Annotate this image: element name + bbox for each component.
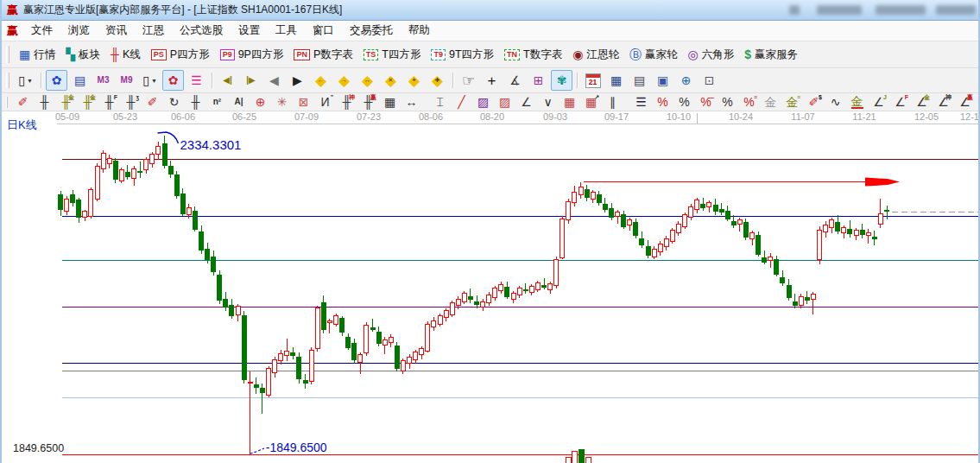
menu-gann[interactable]: 江恩 bbox=[135, 23, 172, 38]
percent-lines[interactable]: %≡ bbox=[739, 93, 759, 111]
grid-cross[interactable]: ⊠ bbox=[294, 93, 313, 111]
gann-spiral-red[interactable]: ✿ bbox=[162, 70, 184, 91]
fan-lines-red[interactable]: ╱ bbox=[452, 93, 471, 111]
crosshair[interactable]: + bbox=[481, 70, 503, 91]
menu-trade-order[interactable]: 交易委托 bbox=[342, 23, 401, 38]
grid-red-b[interactable]: ▦↗ bbox=[581, 93, 601, 111]
kline-button[interactable]: ╫K线 bbox=[105, 46, 146, 64]
fence-shen[interactable]: ╫神 bbox=[337, 93, 357, 111]
save[interactable]: ▣ bbox=[652, 70, 673, 91]
v-bottom[interactable]: ∨ bbox=[538, 93, 558, 111]
circle-crosshair[interactable]: ⊕ bbox=[250, 93, 270, 111]
menu-settings[interactable]: 设置 bbox=[231, 23, 268, 38]
ibeam-box[interactable]: ⌶ bbox=[430, 93, 450, 111]
vertical-text[interactable]: A| bbox=[229, 93, 249, 111]
compass-star[interactable]: ✳ bbox=[272, 93, 292, 111]
fence-gold-a[interactable]: ╫金 bbox=[56, 93, 76, 111]
menu-news[interactable]: 资讯 bbox=[98, 23, 135, 38]
t-square-button[interactable]: TST四方形 bbox=[358, 46, 427, 64]
gann-spiral-blue[interactable]: ✿ bbox=[46, 70, 67, 91]
volume-histogram[interactable]: ☰ bbox=[186, 70, 207, 91]
hand-pan[interactable]: ☞ bbox=[458, 70, 479, 91]
angle-lines[interactable]: ∠ bbox=[516, 93, 536, 111]
hexagon-button[interactable]: ◎六角形 bbox=[682, 46, 739, 64]
angle-measure[interactable]: ∡ bbox=[504, 70, 526, 91]
first-page[interactable]: ◀| bbox=[217, 70, 238, 91]
p9-square-button[interactable]: P99P四方形 bbox=[215, 46, 289, 64]
last-page[interactable]: |▶ bbox=[240, 70, 262, 91]
diamond-compress[interactable]: ◆✕ bbox=[380, 70, 401, 91]
brush-red[interactable]: ✐ bbox=[13, 93, 33, 111]
angle-si[interactable]: ∠四 bbox=[977, 93, 980, 111]
p-square-button[interactable]: PSP四方形 bbox=[146, 46, 215, 64]
diamond-expand-all[interactable]: ◆✚ bbox=[427, 70, 448, 91]
gann-wheel-button[interactable]: ◉江恩轮 bbox=[567, 46, 624, 64]
calendar[interactable]: 21 bbox=[582, 70, 604, 91]
angle-gold[interactable]: ∠金 bbox=[912, 93, 932, 111]
angle-shen[interactable]: ∠神 bbox=[933, 93, 953, 111]
diamond-left[interactable]: ◆← bbox=[310, 70, 332, 91]
period-selector[interactable]: ▯▼ bbox=[15, 70, 36, 91]
diamond-cross[interactable]: ◆+ bbox=[403, 70, 425, 91]
percent-minus[interactable]: %— bbox=[696, 93, 716, 111]
network-share[interactable]: ⊕ bbox=[675, 70, 697, 91]
brush-red-b[interactable]: ✐ bbox=[142, 93, 162, 111]
gold-underline[interactable]: 金 bbox=[847, 93, 867, 111]
pattern-grid[interactable]: ⊞ bbox=[528, 70, 549, 91]
chart-pane[interactable]: 05-0905-2306-0606-2507-0907-2308-0608-20… bbox=[2, 111, 978, 463]
gann-fence[interactable]: ╫ bbox=[35, 93, 54, 111]
prev-candle[interactable]: ◀ bbox=[263, 70, 285, 91]
ruler-list[interactable]: ☰ bbox=[631, 93, 651, 111]
span-measure[interactable]: ↔ bbox=[401, 93, 421, 111]
menu-formula-stock-picking[interactable]: 公式选股 bbox=[172, 23, 231, 38]
menu-browse[interactable]: 浏览 bbox=[60, 23, 98, 38]
menu-tools[interactable]: 工具 bbox=[268, 23, 305, 38]
angle-f[interactable]: ∠F bbox=[890, 93, 910, 111]
fence-spiral[interactable]: ╫ʒ bbox=[121, 93, 141, 111]
grid-red-a[interactable]: ▦ bbox=[560, 93, 579, 111]
gann-tool[interactable]: ✾ bbox=[551, 70, 572, 91]
menu-window[interactable]: 窗口 bbox=[305, 23, 342, 38]
t-number-table-button[interactable]: TNT数字表 bbox=[499, 46, 567, 64]
fan-box-purple[interactable]: ▨ bbox=[473, 93, 493, 111]
percent-slash[interactable]: % bbox=[653, 93, 673, 111]
fence-ying[interactable]: ╫赢 bbox=[358, 93, 378, 111]
diamond-right[interactable]: ◆→ bbox=[333, 70, 355, 91]
circle-rotate[interactable]: ↻ bbox=[164, 93, 184, 111]
angle-marks[interactable]: И" bbox=[315, 93, 335, 111]
notepad[interactable]: ▤ bbox=[629, 70, 650, 91]
gold-circle[interactable]: 金 bbox=[761, 93, 781, 111]
menu-help[interactable]: 帮助 bbox=[401, 23, 438, 38]
percent-plain[interactable]: % bbox=[674, 93, 694, 111]
wave-tool[interactable]: ∿ bbox=[825, 93, 845, 111]
bars-9[interactable]: M9 bbox=[116, 70, 137, 91]
fence-f[interactable]: ╫F bbox=[99, 93, 119, 111]
info-document[interactable]: ▤ bbox=[69, 70, 91, 91]
angle-j[interactable]: ∠J bbox=[869, 93, 888, 111]
pencil-dollar[interactable]: ✐$ bbox=[804, 93, 824, 111]
remote-computer[interactable]: ⊡ bbox=[699, 70, 720, 91]
fence-gold-b[interactable]: ╫金 bbox=[78, 93, 98, 111]
t9-square-button[interactable]: T99T四方形 bbox=[426, 46, 499, 64]
parallel-lines[interactable]: ∥ bbox=[603, 93, 623, 111]
angle-ying[interactable]: ∠赢 bbox=[955, 93, 975, 111]
menu-items: 文件浏览资讯江恩公式选股设置工具窗口交易委托帮助 bbox=[23, 23, 438, 38]
sectors-button[interactable]: ▚板块 bbox=[60, 46, 105, 64]
next-candle[interactable]: ▶ bbox=[287, 70, 308, 91]
quotes-button[interactable]: ▦行情 bbox=[14, 46, 60, 64]
winner-wheel-button[interactable]: Ⓑ赢家轮 bbox=[624, 46, 683, 64]
p-number-table-button[interactable]: PNP数字表 bbox=[288, 46, 357, 64]
winner-service-button[interactable]: $赢家服务 bbox=[739, 46, 803, 64]
fence-plain[interactable]: ╫ bbox=[186, 93, 205, 111]
fence-n2[interactable]: n² bbox=[207, 93, 227, 111]
gold-lines[interactable]: 金≡ bbox=[782, 93, 802, 111]
bars-3[interactable]: M3 bbox=[92, 70, 114, 91]
candle-style[interactable]: ▯▼ bbox=[139, 70, 161, 91]
menu-file[interactable]: 文件 bbox=[23, 23, 60, 38]
diamond-h-expand[interactable]: ◆↔ bbox=[357, 70, 378, 91]
grid-dense[interactable]: ▦ bbox=[380, 93, 400, 111]
percent-b[interactable]: % bbox=[718, 93, 737, 111]
kline-chart[interactable]: 05-0905-2306-0606-2507-0907-2308-0608-20… bbox=[2, 111, 980, 463]
calculator[interactable]: ▦ bbox=[605, 70, 627, 91]
fan-box-red[interactable]: ▨ bbox=[495, 93, 515, 111]
